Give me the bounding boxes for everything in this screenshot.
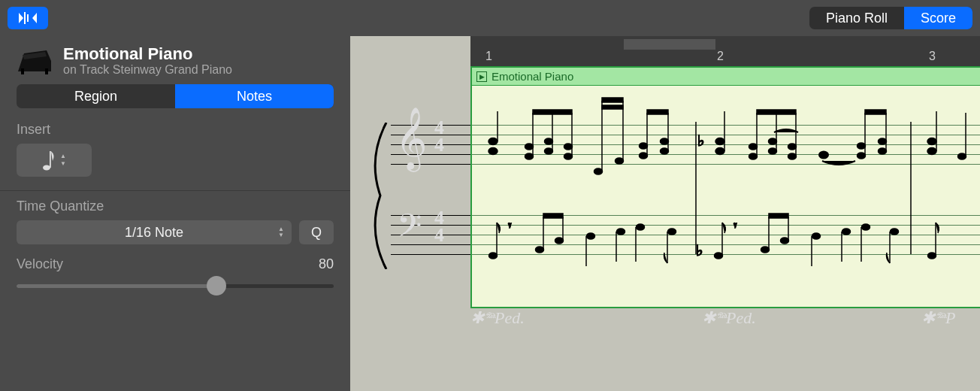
svg-marker-0 [19, 13, 23, 23]
region-header: Emotional Piano on Track Steinway Grand … [17, 45, 334, 77]
grand-staff-brace [364, 123, 394, 269]
quantize-button[interactable]: Q [299, 220, 334, 244]
segment-notes[interactable]: Notes [175, 84, 334, 108]
divider [0, 190, 350, 191]
chevron-updown-icon: ▲▼ [278, 226, 284, 238]
slider-fill [17, 284, 216, 288]
region-subtitle: on Track Steinway Grand Piano [63, 63, 232, 77]
velocity-label: Velocity [17, 256, 63, 272]
svg-rect-2 [27, 14, 29, 22]
pedal-mark: ✱𝆮P [921, 308, 955, 328]
treble-clef-icon: 𝄞 [395, 111, 428, 165]
insert-label: Insert [17, 122, 334, 138]
time-signature-bass: 44 [434, 209, 444, 244]
play-icon: ▶ [476, 71, 487, 82]
segment-region[interactable]: Region [17, 84, 175, 108]
svg-rect-9 [50, 151, 51, 168]
time-quantize-select[interactable]: 1/16 Note ▲▼ [17, 220, 292, 244]
ruler-tick: 3 [929, 50, 936, 63]
time-quantize-value: 1/16 Note [125, 225, 183, 241]
inspector-segment: Region Notes [17, 84, 334, 108]
score-region-clip[interactable]: ▶ Emotional Piano [470, 66, 980, 308]
time-quantize-label: Time Quantize [17, 199, 334, 214]
cycle-range[interactable] [624, 39, 715, 50]
velocity-slider[interactable] [17, 275, 334, 296]
svg-marker-3 [32, 13, 37, 23]
bar-ruler[interactable]: 123 [470, 36, 980, 66]
svg-rect-6 [21, 68, 24, 74]
slider-thumb[interactable] [207, 276, 226, 296]
pedal-mark: ✱𝆮Ped. [470, 308, 525, 328]
ruler-tick: 2 [717, 50, 724, 63]
tab-score[interactable]: Score [904, 7, 972, 29]
eighth-note-icon [42, 149, 56, 171]
score-area: 123 ▶ Emotional Piano [350, 36, 980, 391]
instrument-thumbnail [17, 46, 53, 76]
bass-clef-icon: 𝄢 [397, 211, 422, 250]
catch-playhead-button[interactable] [8, 7, 48, 29]
region-title: Emotional Piano [63, 45, 232, 63]
tab-piano-roll[interactable]: Piano Roll [809, 7, 904, 29]
region-clip-name: Emotional Piano [492, 70, 573, 83]
insert-stepper-icon: ▲▼ [60, 153, 66, 167]
ruler-tick: 1 [485, 50, 492, 63]
time-signature-treble: 44 [434, 119, 444, 154]
svg-rect-1 [24, 12, 26, 24]
view-toggle: Piano Roll Score [809, 7, 972, 29]
svg-point-8 [43, 165, 50, 171]
insert-note-value[interactable]: ▲▼ [17, 144, 92, 177]
inspector-panel: Emotional Piano on Track Steinway Grand … [0, 36, 350, 391]
pedal-mark: ✱𝆮Ped. [702, 308, 756, 328]
velocity-value: 80 [319, 256, 334, 272]
editor-header: Piano Roll Score [0, 0, 980, 36]
svg-rect-7 [45, 68, 48, 74]
main-area: Emotional Piano on Track Steinway Grand … [0, 36, 980, 391]
catch-playhead-icon [17, 11, 38, 25]
region-clip-header[interactable]: ▶ Emotional Piano [472, 68, 980, 86]
